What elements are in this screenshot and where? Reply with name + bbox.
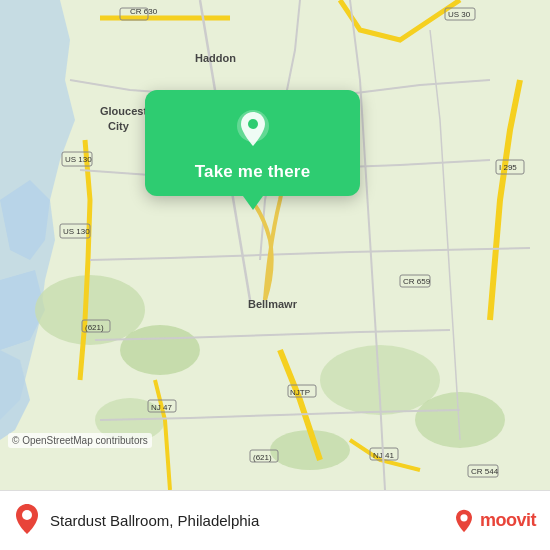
destination-label: Stardust Ballroom, Philadelphia	[50, 512, 452, 529]
destination-icon	[14, 503, 40, 539]
svg-text:CR 544: CR 544	[471, 467, 499, 476]
svg-text:US 130: US 130	[65, 155, 92, 164]
pin-icon	[231, 108, 275, 152]
svg-text:NJ 47: NJ 47	[151, 403, 172, 412]
map-svg: CR 630 US 30 I 295 US 130 US 130 NJ 47 N…	[0, 0, 550, 490]
svg-text:City: City	[108, 120, 130, 132]
location-popup[interactable]: Take me there	[145, 90, 360, 196]
svg-text:Bellmawr: Bellmawr	[248, 298, 298, 310]
svg-point-1	[35, 275, 145, 345]
svg-text:US 130: US 130	[63, 227, 90, 236]
svg-text:NJTP: NJTP	[290, 388, 310, 397]
bottom-bar: Stardust Ballroom, Philadelphia moovit	[0, 490, 550, 550]
svg-text:US 30: US 30	[448, 10, 471, 19]
moovit-logo-icon	[452, 509, 476, 533]
map-container: CR 630 US 30 I 295 US 130 US 130 NJ 47 N…	[0, 0, 550, 490]
svg-text:Haddon: Haddon	[195, 52, 236, 64]
moovit-brand-text: moovit	[480, 510, 536, 531]
take-me-there-button[interactable]: Take me there	[195, 162, 311, 182]
svg-point-2	[120, 325, 200, 375]
svg-text:CR 659: CR 659	[403, 277, 431, 286]
svg-point-37	[248, 119, 258, 129]
osm-attribution: © OpenStreetMap contributors	[8, 433, 152, 448]
svg-text:(621): (621)	[253, 453, 272, 462]
moovit-logo: moovit	[452, 509, 536, 533]
svg-text:(621): (621)	[85, 323, 104, 332]
svg-text:I 295: I 295	[499, 163, 517, 172]
svg-point-38	[22, 510, 32, 520]
svg-point-39	[460, 514, 467, 521]
